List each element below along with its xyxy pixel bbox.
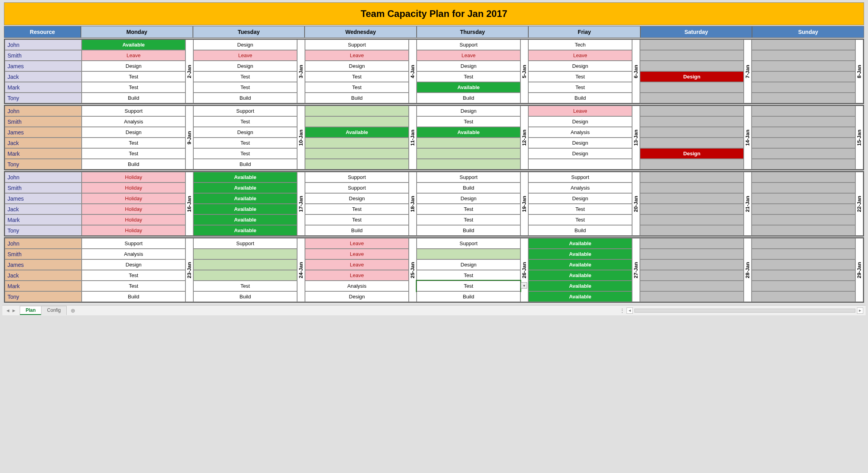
- plan-cell[interactable]: [752, 182, 855, 193]
- plan-cell[interactable]: [305, 138, 409, 148]
- plan-cell[interactable]: [752, 138, 855, 148]
- plan-cell[interactable]: Available: [193, 214, 297, 225]
- plan-cell[interactable]: [752, 291, 855, 302]
- plan-cell[interactable]: [640, 50, 744, 61]
- plan-cell[interactable]: Leave: [305, 238, 409, 249]
- plan-cell[interactable]: Test: [528, 71, 632, 82]
- plan-cell[interactable]: Build: [305, 225, 409, 236]
- plan-cell[interactable]: Design: [305, 61, 409, 71]
- plan-cell[interactable]: Test: [417, 214, 520, 225]
- plan-cell[interactable]: [752, 249, 855, 259]
- plan-cell[interactable]: Leave: [305, 270, 409, 281]
- plan-cell[interactable]: Design: [82, 61, 185, 71]
- plan-cell[interactable]: [752, 82, 855, 93]
- plan-cell[interactable]: Holiday: [82, 172, 185, 182]
- plan-cell[interactable]: Leave: [193, 50, 297, 61]
- plan-cell[interactable]: Design: [528, 61, 632, 71]
- plan-cell[interactable]: [640, 106, 744, 116]
- plan-cell[interactable]: Available: [528, 259, 632, 270]
- plan-cell[interactable]: [752, 259, 855, 270]
- plan-cell[interactable]: [752, 61, 855, 71]
- plan-cell[interactable]: Test: [82, 281, 185, 291]
- plan-cell[interactable]: Test▾: [417, 281, 520, 291]
- plan-cell[interactable]: Design: [193, 127, 297, 138]
- plan-cell[interactable]: Build: [193, 93, 297, 103]
- plan-cell[interactable]: [417, 148, 520, 159]
- plan-cell[interactable]: Available: [528, 270, 632, 281]
- plan-cell[interactable]: [752, 116, 855, 127]
- plan-cell[interactable]: Leave: [528, 50, 632, 61]
- plan-cell[interactable]: Test: [305, 71, 409, 82]
- plan-cell[interactable]: Leave: [305, 249, 409, 259]
- plan-cell[interactable]: [417, 138, 520, 148]
- plan-cell[interactable]: [640, 204, 744, 214]
- plan-cell[interactable]: Support: [417, 39, 520, 50]
- plan-cell[interactable]: Test: [193, 82, 297, 93]
- plan-cell[interactable]: Test: [82, 148, 185, 159]
- plan-cell[interactable]: Design: [528, 193, 632, 204]
- plan-cell[interactable]: Available: [528, 238, 632, 249]
- plan-cell[interactable]: Design: [640, 148, 744, 159]
- plan-cell[interactable]: [640, 193, 744, 204]
- sheet-tab-plan[interactable]: Plan: [20, 306, 41, 315]
- plan-cell[interactable]: [193, 270, 297, 281]
- plan-cell[interactable]: Test: [82, 270, 185, 281]
- plan-cell[interactable]: Analysis: [528, 127, 632, 138]
- plan-cell[interactable]: Build: [82, 159, 185, 169]
- plan-cell[interactable]: [752, 193, 855, 204]
- plan-cell[interactable]: [640, 172, 744, 182]
- plan-cell[interactable]: [752, 39, 855, 50]
- plan-cell[interactable]: Available: [528, 249, 632, 259]
- plan-cell[interactable]: [752, 93, 855, 103]
- plan-cell[interactable]: [640, 159, 744, 169]
- plan-cell[interactable]: [752, 127, 855, 138]
- plan-cell[interactable]: Design: [417, 61, 520, 71]
- plan-cell[interactable]: Design: [82, 259, 185, 270]
- plan-cell[interactable]: [417, 159, 520, 169]
- plan-cell[interactable]: Design: [528, 148, 632, 159]
- plan-cell[interactable]: Design: [82, 127, 185, 138]
- plan-cell[interactable]: Available: [193, 204, 297, 214]
- plan-cell[interactable]: Available: [193, 172, 297, 182]
- plan-cell[interactable]: Support: [82, 106, 185, 116]
- plan-cell[interactable]: [752, 270, 855, 281]
- plan-cell[interactable]: Test: [305, 82, 409, 93]
- plan-cell[interactable]: Test: [417, 116, 520, 127]
- plan-cell[interactable]: Available: [528, 291, 632, 302]
- plan-cell[interactable]: Leave: [305, 259, 409, 270]
- plan-cell[interactable]: [752, 281, 855, 291]
- plan-cell[interactable]: Analysis: [305, 281, 409, 291]
- plan-cell[interactable]: Test: [417, 204, 520, 214]
- plan-cell[interactable]: Build: [528, 93, 632, 103]
- plan-cell[interactable]: [640, 61, 744, 71]
- plan-cell[interactable]: [752, 159, 855, 169]
- plan-cell[interactable]: [752, 71, 855, 82]
- plan-cell[interactable]: Build: [417, 225, 520, 236]
- plan-cell[interactable]: Available: [528, 281, 632, 291]
- plan-cell[interactable]: [640, 281, 744, 291]
- plan-cell[interactable]: Holiday: [82, 182, 185, 193]
- plan-cell[interactable]: Build: [82, 93, 185, 103]
- plan-cell[interactable]: Build: [528, 225, 632, 236]
- plan-cell[interactable]: Design: [305, 193, 409, 204]
- plan-cell[interactable]: [305, 159, 409, 169]
- plan-cell[interactable]: Design: [193, 61, 297, 71]
- plan-cell[interactable]: Analysis: [82, 249, 185, 259]
- hscroll-track[interactable]: [634, 309, 855, 313]
- plan-cell[interactable]: [752, 225, 855, 236]
- plan-cell[interactable]: [640, 214, 744, 225]
- plan-cell[interactable]: Tech: [528, 39, 632, 50]
- plan-cell[interactable]: [640, 238, 744, 249]
- plan-cell[interactable]: Leave: [305, 50, 409, 61]
- plan-cell[interactable]: Support: [417, 238, 520, 249]
- plan-cell[interactable]: Available: [305, 127, 409, 138]
- plan-cell[interactable]: [752, 204, 855, 214]
- plan-cell[interactable]: Support: [305, 39, 409, 50]
- plan-cell[interactable]: Available: [417, 82, 520, 93]
- plan-cell[interactable]: Test: [193, 281, 297, 291]
- plan-cell[interactable]: Build: [417, 182, 520, 193]
- plan-cell[interactable]: Test: [82, 138, 185, 148]
- plan-cell[interactable]: Support: [82, 238, 185, 249]
- plan-cell[interactable]: Available: [193, 193, 297, 204]
- plan-cell[interactable]: [193, 249, 297, 259]
